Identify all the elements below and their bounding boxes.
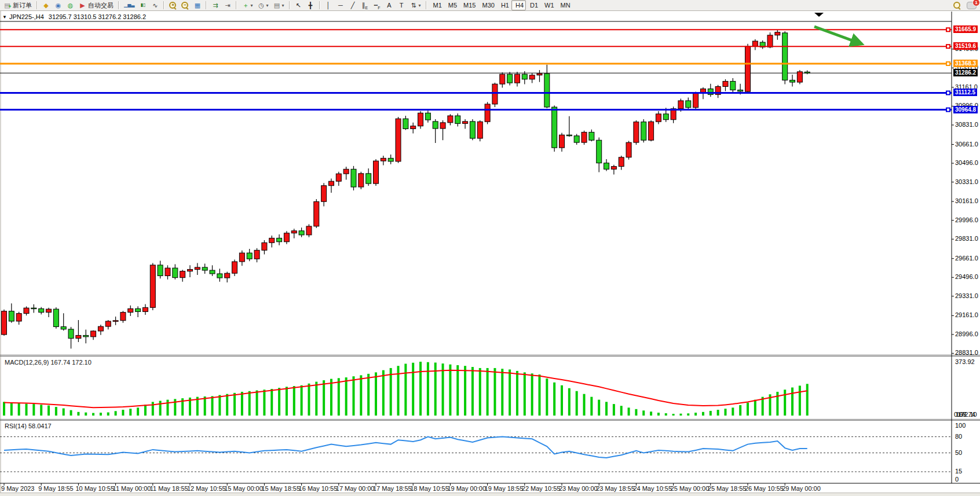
candle — [269, 236, 275, 248]
tf-h1-button[interactable]: H1 — [497, 0, 511, 10]
autotrading-button[interactable]: ▶自动交易 — [76, 0, 116, 10]
chart-shift-button[interactable]: ⇥ — [221, 0, 233, 10]
tf-m30-button[interactable]: M30 — [478, 0, 497, 10]
bar-chart-button[interactable]: ▁▅▃ — [122, 0, 137, 10]
templates-button[interactable]: ▤▾ — [271, 0, 287, 10]
equidistant-channel-button[interactable]: ∥E — [359, 0, 371, 10]
candle — [641, 119, 646, 142]
current-price-badge: 31286.2 — [953, 69, 978, 76]
indicators-button[interactable]: ＋▾ — [239, 0, 255, 10]
candle — [448, 114, 453, 125]
toolbar-group: ↖╋ — [291, 0, 318, 10]
chart-canvas — [0, 0, 980, 496]
time-axis-label: 12 May 10:55 — [187, 485, 226, 492]
tf-w1-button[interactable]: W1 — [540, 0, 557, 10]
chart-title-row: ▼ JPN225-,H4 31295.7 31310.5 31276.2 312… — [2, 13, 146, 21]
crosshair-button[interactable]: ╋ — [305, 0, 317, 10]
zoom-in-button[interactable]: + — [167, 0, 179, 10]
auto-scroll-icon: ⇉ — [211, 1, 219, 9]
tf-mn-button[interactable]: MN — [557, 0, 573, 10]
candle — [136, 306, 141, 317]
price-line-handle[interactable] — [946, 91, 950, 94]
chart-symbol-title: JPN225-,H4 — [9, 13, 44, 20]
candle — [463, 119, 468, 129]
candle — [91, 330, 96, 340]
candle — [574, 134, 579, 145]
candle — [68, 327, 74, 348]
signals-button[interactable]: ◍ — [64, 0, 76, 10]
price-line-handle[interactable] — [946, 28, 950, 31]
tile-windows-button[interactable]: ▦ — [191, 0, 203, 10]
arrows-icon: ⇅ — [410, 1, 418, 9]
candle — [299, 227, 304, 237]
candle — [188, 265, 193, 277]
notifications-button[interactable]: 1 — [967, 1, 977, 12]
tf-m1-label: M1 — [433, 2, 442, 9]
candle — [173, 264, 178, 279]
price-level-badge: 31519.6 — [953, 42, 978, 50]
toolbar-group: ⇉⇥ — [208, 0, 235, 10]
candle — [767, 32, 773, 48]
candle — [142, 304, 148, 315]
cursor-icon: ↖ — [295, 1, 302, 9]
candle — [284, 231, 289, 244]
new-order-button[interactable]: ▤＋新订单 — [1, 0, 34, 10]
tf-h4-button[interactable]: H4 — [511, 0, 526, 10]
candle — [291, 229, 297, 238]
rsi-level-label: 80 — [955, 433, 962, 440]
candle — [723, 79, 728, 91]
toolbar-separator — [163, 1, 164, 9]
fibonacci-button[interactable]: ┅F — [371, 0, 383, 10]
candle — [46, 308, 52, 317]
cursor-button[interactable]: ↖ — [292, 0, 305, 10]
time-axis-label: 19 May 00:00 — [447, 485, 486, 492]
community-button[interactable]: ◉ — [52, 0, 64, 10]
signals-icon: ◍ — [67, 1, 74, 9]
candle — [686, 97, 691, 110]
auto-scroll-button[interactable]: ⇉ — [209, 0, 221, 10]
candle — [455, 113, 460, 126]
autotrading-icon: ▶ — [79, 1, 86, 9]
tf-d1-button[interactable]: D1 — [526, 0, 540, 10]
search-button[interactable] — [953, 1, 961, 12]
periods-button[interactable]: ◷▾ — [255, 0, 270, 10]
text-label-button[interactable]: T — [396, 0, 408, 10]
rsi-level-label: 50 — [955, 449, 962, 456]
price-line-handle[interactable] — [946, 45, 950, 48]
price-line-handle[interactable] — [946, 62, 950, 65]
candle — [53, 307, 58, 329]
toolbar-separator — [118, 1, 119, 9]
time-axis-label: 23 May 18:55 — [596, 485, 635, 492]
trendline-button[interactable]: ╱ — [347, 0, 359, 10]
toolbar-separator — [36, 1, 38, 9]
candle — [239, 251, 244, 266]
tf-m15-button[interactable]: M15 — [459, 0, 478, 10]
down-triangle-marker[interactable] — [814, 13, 824, 17]
tf-m1-button[interactable]: M1 — [429, 0, 444, 10]
candle — [544, 65, 550, 108]
candlestick-series — [2, 30, 810, 348]
candlestick-chart-button[interactable]: ▮▯ — [137, 0, 149, 10]
zoom-out-icon: − — [181, 2, 189, 9]
horizontal-line-button[interactable]: ─ — [335, 0, 347, 10]
price-line-handle[interactable] — [946, 108, 950, 112]
tf-m5-button[interactable]: M5 — [444, 0, 459, 10]
metaeditor-button[interactable]: ◆ — [40, 0, 52, 10]
text-button[interactable]: A — [383, 0, 396, 10]
price-tick-label: 30161.0 — [955, 197, 978, 204]
candle — [440, 120, 445, 140]
candle — [277, 234, 282, 245]
zoom-out-button[interactable]: − — [179, 0, 191, 10]
notification-count-badge: 1 — [972, 0, 980, 6]
candle — [225, 271, 230, 282]
arrows-button[interactable]: ⇅▾ — [408, 0, 423, 10]
candle — [9, 303, 14, 323]
autotrading-label: 自动交易 — [88, 1, 114, 10]
chevron-down-icon[interactable]: ▼ — [2, 14, 7, 20]
vertical-line-button[interactable]: │ — [323, 0, 335, 10]
toolbar-group: ＋▾◷▾▤▾ — [238, 0, 287, 10]
candle — [775, 30, 780, 40]
line-chart-button[interactable]: ∿ — [149, 0, 161, 10]
candlestick-icon: ▮▯ — [139, 1, 147, 9]
candle — [105, 320, 111, 329]
